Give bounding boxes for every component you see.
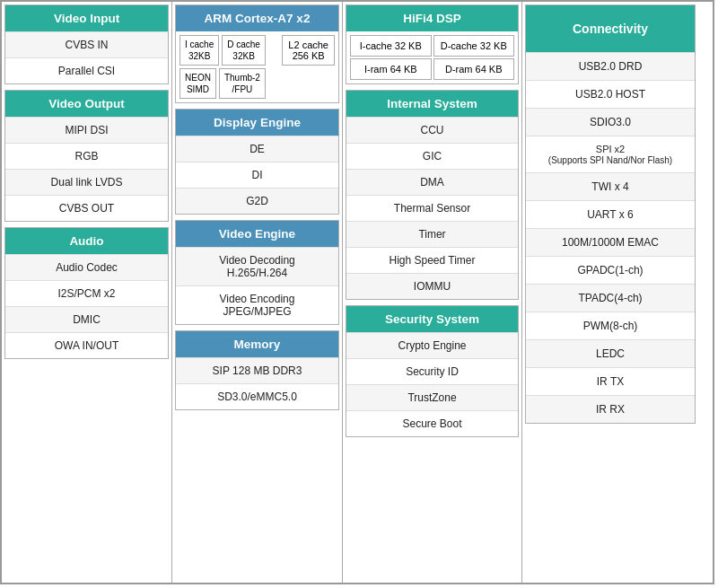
video-engine-block: Video Engine Video DecodingH.265/H.264 V… [175, 220, 339, 325]
audio-item-0: Audio Codec [5, 254, 168, 280]
display-item-0: DE [176, 136, 338, 162]
arm-inner: I cache32KB D cache32KB L2 cache256 KB N… [176, 31, 338, 102]
video-input-item-0: CVBS IN [5, 31, 168, 57]
security-item-1: Security ID [346, 358, 518, 384]
conn-item-2: SDIO3.0 [526, 108, 695, 136]
arm-thumb: Thumb-2/FPU [219, 68, 266, 99]
conn-item-12: IR RX [526, 395, 695, 423]
display-item-1: DI [176, 162, 338, 188]
video-engine-item-1: Video EncodingJPEG/MJPEG [176, 285, 338, 324]
arm-row-2: NEONSIMD Thumb-2/FPU [180, 68, 335, 99]
arm-l2: L2 cache256 KB [282, 35, 335, 66]
video-input-header: Video Input [5, 5, 168, 31]
internal-item-4: Timer [346, 221, 518, 247]
display-item-2: G2D [176, 188, 338, 214]
hifi4-icache: I-cache 32 KB [350, 35, 432, 57]
display-block: Display Engine DE DI G2D [175, 109, 339, 215]
conn-item-4: TWI x 4 [526, 172, 695, 200]
conn-item-11: IR TX [526, 367, 695, 395]
conn-item-3: SPI x2(Supports SPI Nand/Nor Flash) [526, 136, 695, 172]
conn-item-6: 100M/1000M EMAC [526, 228, 695, 256]
video-engine-item-0: Video DecodingH.265/H.264 [176, 247, 338, 285]
main-diagram: Video Input CVBS IN Parallel CSI Video O… [0, 0, 714, 584]
video-input-item-1: Parallel CSI [5, 57, 168, 83]
arm-icache: I cache32KB [180, 35, 219, 66]
video-output-item-2: Dual link LVDS [5, 169, 168, 195]
connectivity-header: Connectivity [526, 5, 695, 52]
hifi4-block: HiFi4 DSP I-cache 32 KB D-cache 32 KB I-… [346, 4, 519, 84]
hifi4-iram: I-ram 64 KB [350, 58, 432, 80]
conn-item-8: TPADC(4-ch) [526, 284, 695, 312]
internal-header: Internal System [346, 91, 518, 117]
security-block: Security System Crypto Engine Security I… [346, 305, 519, 437]
internal-item-3: Thermal Sensor [346, 195, 518, 221]
arm-neon: NEONSIMD [180, 68, 216, 99]
internal-item-1: GIC [346, 143, 518, 169]
memory-item-1: SD3.0/eMMC5.0 [176, 383, 338, 409]
security-item-2: TrustZone [346, 384, 518, 410]
internal-item-6: IOMMU [346, 273, 518, 299]
internal-item-2: DMA [346, 169, 518, 195]
memory-item-0: SIP 128 MB DDR3 [176, 357, 338, 383]
arm-block: ARM Cortex-A7 x2 I cache32KB D cache32KB… [175, 4, 339, 103]
arm-header: ARM Cortex-A7 x2 [176, 5, 338, 31]
hifi4-inner: I-cache 32 KB D-cache 32 KB I-ram 64 KB … [346, 31, 518, 83]
security-item-3: Secure Boot [346, 410, 518, 436]
video-input-block: Video Input CVBS IN Parallel CSI [4, 4, 169, 84]
internal-item-5: High Speed Timer [346, 247, 518, 273]
video-output-item-3: CVBS OUT [5, 195, 168, 221]
video-engine-header: Video Engine [176, 221, 338, 247]
conn-item-0: USB2.0 DRD [526, 52, 695, 80]
conn-item-1: USB2.0 HOST [526, 80, 695, 108]
column-4: Connectivity USB2.0 DRD USB2.0 HOST SDIO… [522, 2, 698, 583]
memory-header: Memory [176, 331, 338, 357]
connectivity-block: Connectivity USB2.0 DRD USB2.0 HOST SDIO… [525, 4, 696, 424]
conn-item-5: UART x 6 [526, 200, 695, 228]
conn-item-9: PWM(8-ch) [526, 312, 695, 339]
video-output-item-0: MIPI DSI [5, 117, 168, 143]
conn-item-10: LEDC [526, 339, 695, 367]
internal-block: Internal System CCU GIC DMA Thermal Sens… [346, 90, 519, 300]
hifi4-dram: D-ram 64 KB [433, 58, 515, 80]
hifi4-header: HiFi4 DSP [346, 5, 518, 31]
audio-header: Audio [5, 228, 168, 254]
audio-item-3: OWA IN/OUT [5, 332, 168, 358]
video-output-header: Video Output [5, 91, 168, 117]
memory-block: Memory SIP 128 MB DDR3 SD3.0/eMMC5.0 [175, 330, 339, 410]
audio-item-1: I2S/PCM x2 [5, 280, 168, 306]
video-output-item-1: RGB [5, 143, 168, 169]
conn-item-7: GPADC(1-ch) [526, 256, 695, 284]
column-2: ARM Cortex-A7 x2 I cache32KB D cache32KB… [172, 2, 343, 583]
security-header: Security System [346, 306, 518, 332]
audio-block: Audio Audio Codec I2S/PCM x2 DMIC OWA IN… [4, 227, 169, 359]
column-3: HiFi4 DSP I-cache 32 KB D-cache 32 KB I-… [343, 2, 522, 583]
arm-row-1: I cache32KB D cache32KB L2 cache256 KB [180, 35, 335, 66]
display-header: Display Engine [176, 110, 338, 136]
arm-dcache: D cache32KB [222, 35, 266, 66]
internal-item-0: CCU [346, 117, 518, 143]
security-item-0: Crypto Engine [346, 332, 518, 358]
audio-item-2: DMIC [5, 306, 168, 332]
video-output-block: Video Output MIPI DSI RGB Dual link LVDS… [4, 90, 169, 222]
column-1: Video Input CVBS IN Parallel CSI Video O… [2, 2, 172, 583]
hifi4-dcache: D-cache 32 KB [433, 35, 515, 57]
